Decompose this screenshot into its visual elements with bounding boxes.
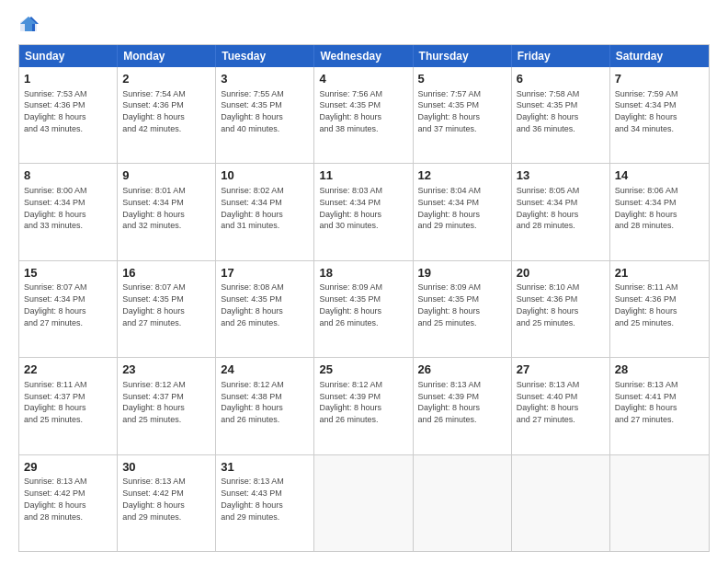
calendar-row: 29 Sunrise: 8:13 AMSunset: 4:42 PMDaylig… — [19, 454, 709, 551]
day-number: 28 — [615, 362, 704, 378]
cell-info: Sunrise: 7:55 AMSunset: 4:35 PMDaylight:… — [221, 89, 284, 133]
calendar-cell: 11 Sunrise: 8:03 AMSunset: 4:34 PMDaylig… — [314, 164, 413, 259]
calendar-cell: 13 Sunrise: 8:05 AMSunset: 4:34 PMDaylig… — [512, 164, 610, 259]
calendar-cell: 28 Sunrise: 8:13 AMSunset: 4:41 PMDaylig… — [610, 358, 709, 454]
day-number: 5 — [418, 71, 506, 87]
cell-info: Sunrise: 8:13 AMSunset: 4:43 PMDaylight:… — [221, 477, 284, 521]
calendar-cell: 30 Sunrise: 8:13 AMSunset: 4:42 PMDaylig… — [118, 455, 216, 551]
day-number: 23 — [122, 362, 210, 378]
calendar-row: 8 Sunrise: 8:00 AMSunset: 4:34 PMDayligh… — [19, 163, 709, 259]
cell-info: Sunrise: 8:07 AMSunset: 4:34 PMDaylight:… — [24, 282, 87, 327]
day-number: 15 — [24, 265, 112, 282]
calendar-cell: 20 Sunrise: 8:10 AMSunset: 4:36 PMDaylig… — [512, 261, 610, 357]
weekday-header: Sunday — [19, 45, 118, 67]
cell-info: Sunrise: 7:58 AMSunset: 4:35 PMDaylight:… — [517, 89, 580, 133]
calendar-cell: 7 Sunrise: 7:59 AMSunset: 4:34 PMDayligh… — [610, 67, 709, 163]
weekday-header: Saturday — [610, 45, 709, 67]
cell-info: Sunrise: 8:01 AMSunset: 4:34 PMDaylight:… — [122, 186, 186, 230]
day-number: 7 — [615, 71, 704, 87]
cell-info: Sunrise: 8:12 AMSunset: 4:39 PMDaylight:… — [319, 380, 382, 424]
day-number: 24 — [221, 362, 309, 378]
cell-info: Sunrise: 7:59 AMSunset: 4:34 PMDaylight:… — [615, 89, 678, 133]
cell-info: Sunrise: 8:13 AMSunset: 4:42 PMDaylight:… — [24, 477, 87, 521]
calendar: SundayMondayTuesdayWednesdayThursdayFrid… — [18, 44, 710, 552]
day-number: 12 — [418, 167, 506, 184]
cell-info: Sunrise: 8:09 AMSunset: 4:35 PMDaylight:… — [319, 282, 382, 327]
weekday-header: Wednesday — [314, 45, 413, 67]
cell-info: Sunrise: 8:13 AMSunset: 4:41 PMDaylight:… — [615, 380, 678, 424]
cell-info: Sunrise: 8:02 AMSunset: 4:34 PMDaylight:… — [221, 186, 284, 230]
day-number: 16 — [122, 265, 210, 282]
day-number: 27 — [517, 362, 605, 378]
calendar-cell: 23 Sunrise: 8:12 AMSunset: 4:37 PMDaylig… — [118, 358, 216, 454]
day-number: 29 — [24, 459, 112, 476]
cell-info: Sunrise: 8:13 AMSunset: 4:39 PMDaylight:… — [418, 380, 482, 424]
day-number: 17 — [221, 265, 309, 282]
day-number: 1 — [24, 71, 112, 87]
day-number: 22 — [24, 362, 112, 378]
calendar-row: 15 Sunrise: 8:07 AMSunset: 4:34 PMDaylig… — [19, 260, 709, 357]
calendar-cell: 27 Sunrise: 8:13 AMSunset: 4:40 PMDaylig… — [512, 358, 610, 454]
cell-info: Sunrise: 8:13 AMSunset: 4:40 PMDaylight:… — [517, 380, 580, 424]
cell-info: Sunrise: 8:04 AMSunset: 4:34 PMDaylight:… — [418, 186, 482, 230]
calendar-cell: 18 Sunrise: 8:09 AMSunset: 4:35 PMDaylig… — [314, 261, 413, 357]
day-number: 18 — [319, 265, 407, 282]
day-number: 13 — [517, 167, 605, 184]
cell-info: Sunrise: 8:11 AMSunset: 4:37 PMDaylight:… — [24, 380, 87, 424]
cell-info: Sunrise: 8:11 AMSunset: 4:36 PMDaylight:… — [615, 282, 678, 327]
calendar-cell: 16 Sunrise: 8:07 AMSunset: 4:35 PMDaylig… — [118, 261, 216, 357]
calendar-cell: 25 Sunrise: 8:12 AMSunset: 4:39 PMDaylig… — [314, 358, 413, 454]
day-number: 3 — [221, 71, 309, 87]
day-number: 8 — [24, 167, 112, 184]
weekday-header: Tuesday — [216, 45, 314, 67]
calendar-cell: 15 Sunrise: 8:07 AMSunset: 4:34 PMDaylig… — [19, 261, 118, 357]
cell-info: Sunrise: 8:13 AMSunset: 4:42 PMDaylight:… — [122, 477, 186, 521]
cell-info: Sunrise: 8:07 AMSunset: 4:35 PMDaylight:… — [122, 282, 186, 327]
calendar-cell: 1 Sunrise: 7:53 AMSunset: 4:36 PMDayligh… — [19, 67, 118, 163]
cell-info: Sunrise: 8:00 AMSunset: 4:34 PMDaylight:… — [24, 186, 87, 230]
weekday-header: Monday — [118, 45, 216, 67]
day-number: 2 — [122, 71, 210, 87]
cell-info: Sunrise: 8:06 AMSunset: 4:34 PMDaylight:… — [615, 186, 678, 230]
calendar-cell: 14 Sunrise: 8:06 AMSunset: 4:34 PMDaylig… — [610, 164, 709, 259]
weekday-header: Thursday — [414, 45, 512, 67]
day-number: 6 — [517, 71, 605, 87]
day-number: 26 — [418, 362, 506, 378]
day-number: 31 — [221, 459, 309, 476]
calendar-cell: 6 Sunrise: 7:58 AMSunset: 4:35 PMDayligh… — [512, 67, 610, 163]
cell-info: Sunrise: 7:54 AMSunset: 4:36 PMDaylight:… — [122, 89, 186, 133]
day-number: 9 — [122, 167, 210, 184]
calendar-header: SundayMondayTuesdayWednesdayThursdayFrid… — [19, 45, 709, 67]
cell-info: Sunrise: 7:57 AMSunset: 4:35 PMDaylight:… — [418, 89, 482, 133]
day-number: 11 — [319, 167, 407, 184]
calendar-cell: 9 Sunrise: 8:01 AMSunset: 4:34 PMDayligh… — [118, 164, 216, 259]
page: SundayMondayTuesdayWednesdayThursdayFrid… — [0, 0, 728, 563]
calendar-cell: 8 Sunrise: 8:00 AMSunset: 4:34 PMDayligh… — [19, 164, 118, 259]
calendar-cell: 21 Sunrise: 8:11 AMSunset: 4:36 PMDaylig… — [610, 261, 709, 357]
calendar-row: 22 Sunrise: 8:11 AMSunset: 4:37 PMDaylig… — [19, 357, 709, 454]
calendar-cell: 3 Sunrise: 7:55 AMSunset: 4:35 PMDayligh… — [216, 67, 314, 163]
calendar-cell: 10 Sunrise: 8:02 AMSunset: 4:34 PMDaylig… — [216, 164, 314, 259]
calendar-cell: 19 Sunrise: 8:09 AMSunset: 4:35 PMDaylig… — [414, 261, 512, 357]
cell-info: Sunrise: 7:53 AMSunset: 4:36 PMDaylight:… — [24, 89, 87, 133]
calendar-row: 1 Sunrise: 7:53 AMSunset: 4:36 PMDayligh… — [19, 67, 709, 163]
calendar-cell: 31 Sunrise: 8:13 AMSunset: 4:43 PMDaylig… — [216, 455, 314, 551]
day-number: 19 — [418, 265, 506, 282]
calendar-body: 1 Sunrise: 7:53 AMSunset: 4:36 PMDayligh… — [19, 67, 709, 551]
cell-info: Sunrise: 8:09 AMSunset: 4:35 PMDaylight:… — [418, 282, 482, 327]
logo-icon — [18, 15, 39, 35]
calendar-cell — [512, 455, 610, 551]
calendar-cell: 12 Sunrise: 8:04 AMSunset: 4:34 PMDaylig… — [414, 164, 512, 259]
cell-info: Sunrise: 7:56 AMSunset: 4:35 PMDaylight:… — [319, 89, 382, 133]
day-number: 30 — [122, 459, 210, 476]
day-number: 25 — [319, 362, 407, 378]
calendar-cell: 4 Sunrise: 7:56 AMSunset: 4:35 PMDayligh… — [314, 67, 413, 163]
calendar-cell: 26 Sunrise: 8:13 AMSunset: 4:39 PMDaylig… — [414, 358, 512, 454]
cell-info: Sunrise: 8:03 AMSunset: 4:34 PMDaylight:… — [319, 186, 382, 230]
day-number: 21 — [615, 265, 704, 282]
cell-info: Sunrise: 8:08 AMSunset: 4:35 PMDaylight:… — [221, 282, 284, 327]
logo — [18, 15, 42, 35]
day-number: 20 — [517, 265, 605, 282]
calendar-cell — [610, 455, 709, 551]
cell-info: Sunrise: 8:12 AMSunset: 4:37 PMDaylight:… — [122, 380, 186, 424]
